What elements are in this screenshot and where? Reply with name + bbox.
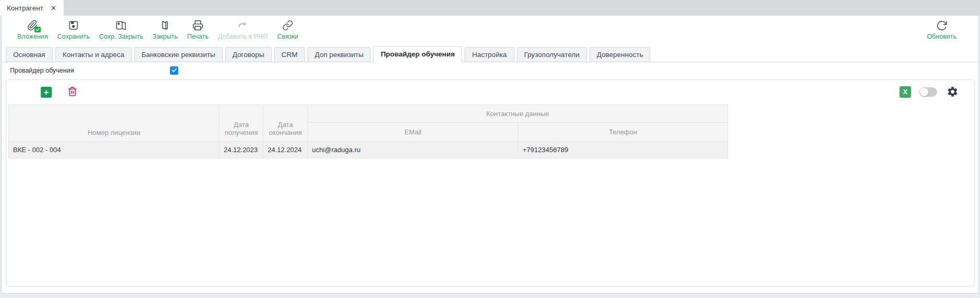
tab-crm[interactable]: CRM <box>274 47 305 62</box>
attachments-button[interactable]: Вложения <box>15 19 50 40</box>
column-header-date-received[interactable]: Дата получения <box>220 105 263 142</box>
links-button[interactable]: Связки <box>275 19 300 40</box>
add-row-button[interactable]: + <box>41 87 52 98</box>
cell-license[interactable]: ВКЕ - 002 - 004 <box>9 142 220 158</box>
column-header-license[interactable]: Номер лицензии <box>9 105 220 142</box>
print-label: Печать <box>187 33 209 40</box>
door-exit-icon <box>159 19 170 31</box>
tab-gruzopoluchateli[interactable]: Грузополучатели <box>517 47 587 62</box>
refresh-label: Обновить <box>927 33 956 40</box>
provider-checkbox-label: Провайдер обучения <box>10 67 170 74</box>
chain-link-icon <box>282 19 293 31</box>
add-to-rnp-button: Добавить в РНП <box>216 19 270 40</box>
grid-toggle[interactable] <box>919 87 937 97</box>
floppy-save-icon <box>68 19 79 31</box>
refresh-button[interactable]: Обновить <box>925 19 959 40</box>
tab-doverennost[interactable]: Доверенность <box>590 47 651 62</box>
window-tab-kontragent[interactable]: Контрагент ✕ <box>0 0 64 16</box>
attachments-label: Вложения <box>17 33 48 40</box>
tab-provayder-obucheniya[interactable]: Провайдер обучения <box>373 46 462 62</box>
license-table-header: Номер лицензии Дата получения Дата оконч… <box>9 105 728 142</box>
grid-toolbar: + X <box>6 86 974 98</box>
save-and-close-icon <box>115 19 127 31</box>
column-header-phone[interactable]: Телефон <box>518 123 728 142</box>
cell-date-end[interactable]: 24.12.2024 <box>263 142 308 158</box>
close-icon[interactable]: ✕ <box>51 5 56 12</box>
section-tab-strip: Основная Контакты и адреса Банковские ре… <box>2 46 978 62</box>
column-group-contact-data: Контактные данные <box>308 105 728 123</box>
cell-phone-selected[interactable]: +79123456789 <box>518 142 728 158</box>
close-label: Закрыть <box>153 33 178 40</box>
check-badge-icon <box>34 27 41 32</box>
gear-icon <box>947 91 959 99</box>
export-excel-button[interactable]: X <box>900 86 911 98</box>
add-to-rnp-label: Добавить в РНП <box>218 33 268 40</box>
tab-nastroyka[interactable]: Настройка <box>465 47 514 62</box>
links-label: Связки <box>277 33 298 40</box>
license-table: Номер лицензии Дата получения Дата оконч… <box>8 105 728 158</box>
window-tab-title: Контрагент <box>7 4 43 12</box>
tab-bankovskie-rekvizity[interactable]: Банковские реквизиты <box>134 47 223 62</box>
save-close-label: Сохр. Закрыть <box>99 33 143 40</box>
print-button[interactable]: Печать <box>185 19 211 40</box>
save-button[interactable]: Сохранить <box>55 19 92 40</box>
column-header-email[interactable]: EMail <box>308 123 518 142</box>
save-label: Сохранить <box>57 33 90 40</box>
tab-osnovnaya[interactable]: Основная <box>6 47 53 62</box>
cell-email[interactable]: uchi@raduga.ru <box>308 142 518 158</box>
main-toolbar: Вложения Сохранить Сохр. Закрыть Закрыть… <box>2 16 978 46</box>
provider-checkbox-row: Провайдер обучения <box>2 62 978 78</box>
document-area: Вложения Сохранить Сохр. Закрыть Закрыть… <box>1 16 979 294</box>
grid-settings-button[interactable] <box>947 86 959 98</box>
toggle-knob <box>920 88 928 96</box>
refresh-icon <box>936 19 948 31</box>
provider-checkbox[interactable] <box>170 66 178 75</box>
trash-icon <box>67 90 77 98</box>
redo-arrow-icon <box>237 19 249 31</box>
cell-date-received[interactable]: 24.12.2023 <box>220 142 263 158</box>
paperclip-check-icon <box>27 19 39 31</box>
window-tab-strip: Контрагент ✕ <box>0 0 980 16</box>
table-row: ВКЕ - 002 - 004 24.12.2023 24.12.2024 uc… <box>9 142 728 158</box>
tab-kontakty-i-adresa[interactable]: Контакты и адреса <box>55 47 132 62</box>
column-header-date-end[interactable]: Дата окончания <box>263 105 308 142</box>
close-button[interactable]: Закрыть <box>151 19 180 40</box>
printer-icon <box>192 19 203 31</box>
tab-dop-rekvizity[interactable]: Доп реквизиты <box>307 47 371 62</box>
tab-dogovory[interactable]: Договоры <box>225 47 272 62</box>
license-grid-panel: + X Номер лицензии <box>6 79 975 286</box>
save-close-button[interactable]: Сохр. Закрыть <box>97 19 145 40</box>
delete-row-button[interactable] <box>67 86 77 98</box>
